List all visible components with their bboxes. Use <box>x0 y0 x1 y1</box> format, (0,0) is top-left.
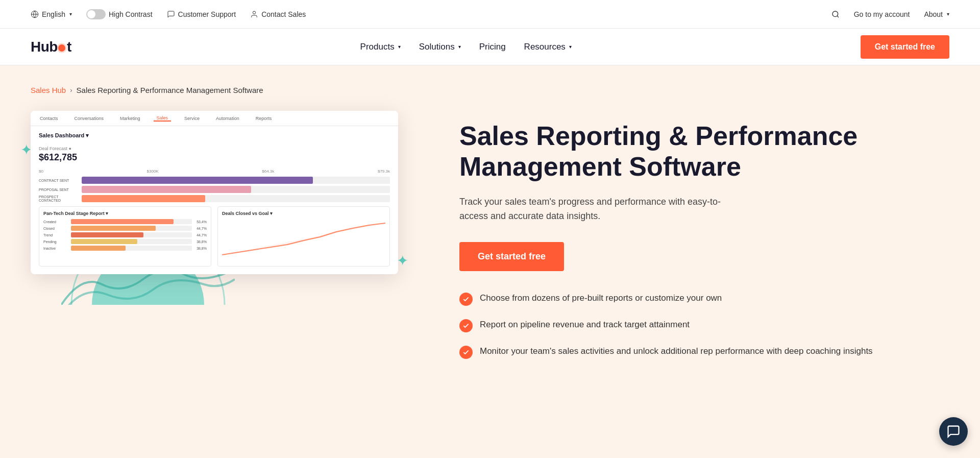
get-started-nav-button[interactable]: Get started free <box>861 35 949 59</box>
stage-row-3: Trend 44,7% <box>43 232 207 237</box>
hero-right: Sales Reporting & Performance Management… <box>459 111 949 359</box>
feature-item-2: Report on pipeline revenue and track tar… <box>459 318 949 332</box>
mockup-big-number: $612,785 <box>39 152 390 163</box>
mockup-dashboard-title: Sales Dashboard ▾ <box>39 132 89 139</box>
hero-content: ✦✧ Contacts Conversations Marketing Sale… <box>31 111 949 359</box>
high-contrast-toggle[interactable]: High Contrast <box>86 9 153 19</box>
hero-title: Sales Reporting & Performance Management… <box>459 121 949 182</box>
products-label: Products <box>360 42 395 52</box>
contrast-switch[interactable] <box>86 9 106 19</box>
contact-sales-link[interactable]: Contact Sales <box>250 10 306 18</box>
go-to-account-label: Go to my account <box>854 10 910 18</box>
feature-item-1: Choose from dozens of pre-built reports … <box>459 292 949 306</box>
mockup-bar-chart: $0 $300K $64.3k $79.3k CONTRACT SENT PRO… <box>39 169 390 202</box>
resources-menu[interactable]: Resources ▾ <box>524 42 572 52</box>
feature-item-3: Monitor your team's sales activities and… <box>459 345 949 359</box>
products-menu[interactable]: Products ▾ <box>360 42 401 52</box>
line-chart-svg <box>222 219 385 260</box>
mockup-tab-sales: Sales <box>154 115 172 122</box>
hero-left: ✦✧ Contacts Conversations Marketing Sale… <box>31 111 419 274</box>
check-icon-1 <box>459 293 473 306</box>
resources-label: Resources <box>524 42 566 52</box>
feature-text-1: Choose from dozens of pre-built reports … <box>480 292 722 305</box>
mockup-stage-report: Pan-Tech Deal Stage Report ▾ Created 53,… <box>39 206 211 267</box>
hero-cta-button[interactable]: Get started free <box>459 242 564 271</box>
sparkle-icon-bottomright: ✦ <box>397 252 408 269</box>
stage-row-5: Inactive 38,8% <box>43 246 207 251</box>
hero-section: Sales Hub › Sales Reporting & Performanc… <box>0 65 980 458</box>
bar-row-3: PROSPECT CONTACTED <box>39 195 390 202</box>
high-contrast-label: High Contrast <box>109 10 153 18</box>
breadcrumb-current: Sales Reporting & Performance Management… <box>77 86 263 94</box>
search-button[interactable] <box>831 10 840 18</box>
breadcrumb-link[interactable]: Sales Hub <box>31 86 66 94</box>
language-selector[interactable]: English ▾ <box>31 10 72 18</box>
top-bar-left: English ▾ High Contrast Customer Support… <box>31 9 306 19</box>
solutions-menu[interactable]: Solutions ▾ <box>419 42 461 52</box>
stage-row-1: Created 53,4% <box>43 219 207 224</box>
main-nav: Hub t Products ▾ Solutions ▾ Pricing Res… <box>0 29 980 65</box>
mockup-tab-automation: Automation <box>213 116 242 121</box>
top-bar-right: Go to my account About ▾ <box>831 10 949 18</box>
logo-spot-icon <box>58 44 65 52</box>
stage-row-2: Closed 44,7% <box>43 226 207 231</box>
mockup-tab-service: Service <box>181 116 203 121</box>
dashboard-mockup: Contacts Conversations Marketing Sales S… <box>31 111 398 274</box>
nav-logo[interactable]: Hub t <box>31 39 71 55</box>
logo-t: t <box>67 39 71 55</box>
logo-hub: Hub <box>31 39 58 55</box>
bar-row-1: CONTRACT SENT <box>39 177 390 184</box>
feature-list: Choose from dozens of pre-built reports … <box>459 292 949 359</box>
stage-row-4: Pending 38,8% <box>43 239 207 244</box>
nav-links: Products ▾ Solutions ▾ Pricing Resources… <box>360 42 572 52</box>
about-chevron: ▾ <box>947 11 949 17</box>
mockup-tab-reports: Reports <box>253 116 275 121</box>
hero-subtitle: Track your sales team's progress and per… <box>459 195 745 224</box>
about-label: About <box>924 10 943 18</box>
mockup-bottom-row: Pan-Tech Deal Stage Report ▾ Created 53,… <box>39 206 390 267</box>
svg-point-1 <box>253 11 255 14</box>
customer-support-link[interactable]: Customer Support <box>167 10 236 18</box>
chat-widget[interactable] <box>939 417 968 446</box>
check-icon-2 <box>459 319 473 332</box>
mockup-body: Sales Dashboard ▾ Deal Forecast ● $612,7… <box>31 126 398 273</box>
check-icon-3 <box>459 346 473 359</box>
feature-text-3: Monitor your team's sales activities and… <box>480 345 873 358</box>
bar-row-2: PROPOSAL SENT <box>39 186 390 193</box>
mockup-bar-labels: $0 $300K $64.3k $79.3k <box>39 169 390 174</box>
breadcrumb: Sales Hub › Sales Reporting & Performanc… <box>31 86 949 94</box>
mockup-topbar: Contacts Conversations Marketing Sales S… <box>31 111 398 126</box>
solutions-chevron: ▾ <box>458 44 461 50</box>
svg-point-2 <box>832 11 838 17</box>
chat-icon <box>946 424 961 439</box>
mockup-tab-contacts: Contacts <box>37 116 61 121</box>
mockup-deal-forecast-label: Deal Forecast ● <box>39 146 390 151</box>
resources-chevron: ▾ <box>569 44 572 50</box>
feature-text-2: Report on pipeline revenue and track tar… <box>480 318 690 331</box>
mockup-tab-conversations: Conversations <box>71 116 107 121</box>
products-chevron: ▾ <box>398 44 401 50</box>
language-chevron: ▾ <box>69 11 72 17</box>
top-bar: English ▾ High Contrast Customer Support… <box>0 0 980 29</box>
solutions-label: Solutions <box>419 42 455 52</box>
mockup-tab-marketing: Marketing <box>117 116 143 121</box>
pricing-link[interactable]: Pricing <box>479 42 506 52</box>
contact-sales-label: Contact Sales <box>261 10 306 18</box>
customer-support-label: Customer Support <box>178 10 236 18</box>
pricing-label: Pricing <box>479 42 506 52</box>
hubspot-logo: Hub t <box>31 39 71 55</box>
breadcrumb-separator: › <box>70 86 72 94</box>
go-to-account-link[interactable]: Go to my account <box>854 10 910 18</box>
about-menu[interactable]: About ▾ <box>924 10 949 18</box>
mockup-deals-closed: Deals Closed vs Goal ▾ <box>217 206 390 267</box>
language-label: English <box>42 10 65 18</box>
